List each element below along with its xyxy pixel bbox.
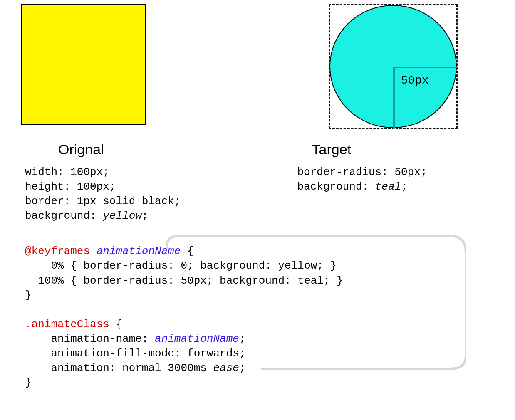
css-line-suffix: ; — [142, 210, 149, 222]
css-prop-suffix: ; — [239, 362, 246, 374]
keyframe-line: 0% { border-radius: 0; background: yello… — [25, 259, 337, 272]
original-shape-box — [17, 4, 146, 125]
css-line-prefix: background: — [25, 210, 103, 222]
css-line: border: 1px solid black; — [25, 195, 181, 208]
keyframe-line: 100% { border-radius: 50px; background: … — [25, 274, 343, 287]
css-prop-prefix: animation: normal 3000ms — [25, 362, 213, 374]
css-line-prefix: background: — [297, 180, 375, 193]
target-shape-wrap: 50px — [329, 4, 458, 129]
css-prop: animation-fill-mode: forwards; — [25, 347, 246, 360]
css-value: ease — [213, 362, 239, 374]
target-shape-box: 50px — [329, 4, 458, 129]
brace: { — [109, 318, 122, 331]
shapes-row: 50px — [17, 4, 498, 129]
css-line-suffix: ; — [401, 180, 408, 193]
radius-label: 50px — [401, 74, 429, 87]
css-value: teal — [375, 180, 401, 193]
target-label: Target — [312, 141, 352, 158]
css-description-row: width: 100px; height: 100px; border: 1px… — [17, 165, 498, 223]
css-prop-prefix: animation-name: — [25, 333, 155, 345]
target-css-block: border-radius: 50px; background: teal; — [297, 165, 427, 223]
animation-name: animationName — [97, 245, 181, 257]
original-label: Orignal — [58, 141, 104, 158]
class-selector: .animateClass — [25, 318, 109, 331]
css-value: yellow — [103, 210, 142, 222]
css-prop-suffix: ; — [239, 333, 246, 345]
labels-row: Orignal Target — [58, 141, 498, 158]
original-css-block: width: 100px; height: 100px; border: 1px… — [25, 165, 181, 223]
animation-name-ref: animationName — [155, 333, 239, 345]
css-line: width: 100px; — [25, 166, 109, 178]
brace: } — [25, 376, 32, 389]
keyframes-keyword: @keyframes — [25, 245, 90, 257]
animation-code-section: @keyframes animationName { 0% { border-r… — [25, 244, 498, 390]
yellow-square-shape — [21, 4, 146, 125]
keyframes-code-block: @keyframes animationName { 0% { border-r… — [25, 244, 498, 390]
css-line: height: 100px; — [25, 180, 116, 193]
brace: { — [181, 245, 193, 257]
css-line: border-radius: 50px; — [297, 166, 427, 178]
brace: } — [25, 289, 32, 301]
